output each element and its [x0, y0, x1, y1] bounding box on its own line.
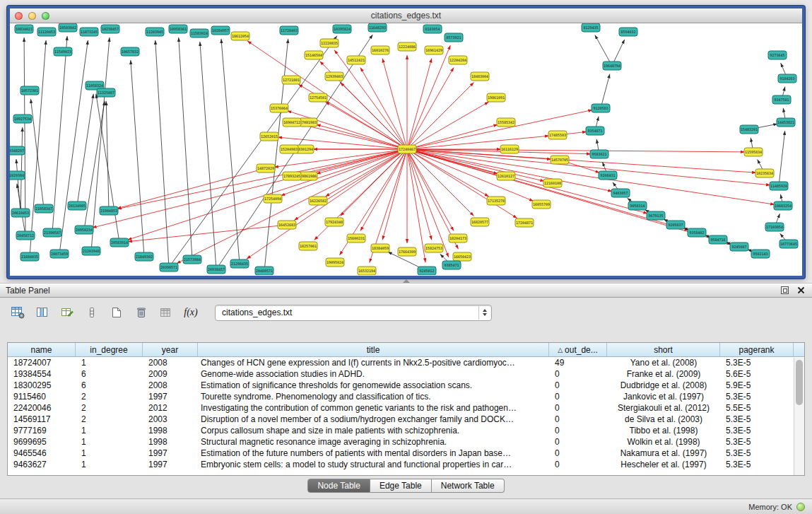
- graph-edge[interactable]: [407, 149, 454, 231]
- table-row[interactable]: 946554611997Estimation of the future num…: [8, 448, 804, 459]
- table-cell[interactable]: de Silva et al. (2003): [607, 414, 720, 424]
- graph-edge[interactable]: [59, 40, 88, 254]
- table-cell[interactable]: 1: [76, 358, 143, 368]
- table-row[interactable]: 1872400712008Changes of HCN gene express…: [8, 357, 804, 368]
- graph-node[interactable]: 11583024: [190, 29, 208, 37]
- column-header-year[interactable]: year: [143, 343, 198, 356]
- graph-node[interactable]: 10238457: [101, 25, 119, 33]
- table-cell[interactable]: 0: [549, 448, 607, 458]
- import-table-button[interactable]: [157, 304, 175, 321]
- table-cell[interactable]: 5.6E-5: [720, 369, 794, 379]
- graph-edge[interactable]: [24, 37, 25, 235]
- table-cell[interactable]: 9115460: [8, 392, 76, 402]
- graph-edge[interactable]: [407, 45, 450, 149]
- table-cell[interactable]: Tibbo et al. (1998): [607, 426, 720, 436]
- graph-edge[interactable]: [128, 225, 287, 242]
- graph-node[interactable]: 9354871: [586, 127, 604, 135]
- column-header-short[interactable]: short: [607, 343, 720, 356]
- graph-node[interactable]: 11485920: [770, 182, 788, 190]
- graph-edge[interactable]: [601, 74, 610, 108]
- table-cell[interactable]: Dudbridge et al. (2008): [607, 380, 720, 390]
- table-cell[interactable]: 5.3E-5: [720, 437, 794, 447]
- graph-node[interactable]: 18612054: [231, 32, 249, 40]
- tab-node-table[interactable]: Node Table: [307, 479, 370, 493]
- table-cell[interactable]: 5.3E-5: [720, 392, 794, 402]
- graph-node[interactable]: 16226582: [309, 197, 327, 205]
- graph-node[interactable]: 15483201: [740, 125, 758, 134]
- graph-node[interactable]: 20398571: [160, 263, 178, 271]
- zoom-button[interactable]: [42, 12, 49, 20]
- graph-edge[interactable]: [382, 149, 407, 240]
- graph-edge[interactable]: [779, 131, 785, 186]
- graph-node[interactable]: 18257061: [299, 242, 317, 250]
- graph-node[interactable]: 17204871: [515, 218, 534, 227]
- graph-node[interactable]: 10284957: [211, 26, 230, 35]
- table-cell[interactable]: 5.9E-5: [720, 380, 794, 390]
- edit-columns-button[interactable]: [58, 304, 76, 321]
- table-cell[interactable]: 2009: [143, 369, 198, 379]
- table-cell[interactable]: 1998: [143, 426, 198, 436]
- graph-node[interactable]: 10927534: [13, 115, 32, 123]
- graph-node[interactable]: 17240467: [398, 145, 416, 153]
- graph-node[interactable]: 16055709: [532, 200, 551, 209]
- graph-edge[interactable]: [382, 59, 407, 149]
- graph-node[interactable]: 19648794: [603, 62, 621, 70]
- network-canvas[interactable]: 1724046716116129155853421986109118483004…: [10, 23, 802, 275]
- close-button[interactable]: [15, 12, 23, 20]
- table-cell[interactable]: 9699695: [8, 437, 76, 447]
- graph-node[interactable]: 10348297: [10, 146, 25, 155]
- graph-node[interactable]: 20958234: [75, 226, 93, 234]
- table-cell[interactable]: 0: [549, 403, 607, 413]
- graph-node[interactable]: 20873459: [50, 250, 69, 258]
- graph-node[interactable]: 19861986: [299, 172, 317, 180]
- graph-node[interactable]: 12224086: [398, 42, 416, 51]
- graph-edge[interactable]: [200, 42, 216, 269]
- table-cell[interactable]: Changes of HCN gene expression and I(f) …: [198, 358, 549, 368]
- table-cell[interactable]: 1997: [143, 392, 198, 402]
- table-cell[interactable]: 2: [76, 414, 143, 424]
- column-header-pagerank[interactable]: pagerank: [720, 343, 794, 356]
- graph-node[interactable]: 9347581: [772, 95, 791, 104]
- table-selector-dropdown[interactable]: citations_edges.txt: [215, 305, 492, 321]
- graph-node[interactable]: 9205837: [666, 221, 685, 229]
- graph-node[interactable]: 10834021: [15, 25, 33, 33]
- table-cell[interactable]: Nakamura et al. (1997): [607, 448, 720, 458]
- graph-edge[interactable]: [407, 110, 592, 149]
- column-header-in_degree[interactable]: in_degree: [76, 343, 143, 356]
- graph-node[interactable]: 16532194: [358, 267, 376, 275]
- graph-node[interactable]: 16116129: [500, 145, 519, 153]
- graph-node[interactable]: 9058314: [628, 201, 647, 210]
- table-cell[interactable]: Corpus callosum shape and size in male p…: [198, 426, 549, 436]
- tab-network-table[interactable]: Network Table: [432, 479, 505, 493]
- graph-node[interactable]: 10773645: [779, 240, 798, 248]
- graph-node[interactable]: 12652015: [260, 132, 278, 141]
- graph-node[interactable]: 12160108: [543, 179, 562, 187]
- table-cell[interactable]: Tourette syndrome. Phenomenology and cla…: [198, 392, 549, 402]
- graph-node[interactable]: 17664309: [398, 247, 416, 256]
- table-cell[interactable]: 18724007: [8, 358, 76, 368]
- graph-node[interactable]: 19095024: [326, 258, 344, 267]
- graph-node[interactable]: 21203948: [82, 247, 100, 255]
- graph-edge[interactable]: [20, 127, 23, 213]
- table-cell[interactable]: 0: [549, 392, 607, 402]
- delete-button[interactable]: [132, 304, 151, 321]
- table-cell[interactable]: Investigating the contribution of common…: [198, 403, 549, 413]
- graph-edge[interactable]: [52, 36, 67, 233]
- graph-node[interactable]: 20458712: [16, 231, 35, 240]
- table-scrollbar[interactable]: [794, 358, 804, 476]
- graph-edge[interactable]: [77, 94, 93, 206]
- graph-node[interactable]: 14872029: [257, 164, 275, 173]
- close-panel-button[interactable]: [797, 286, 805, 294]
- graph-node[interactable]: 10235634: [755, 169, 774, 177]
- graph-node[interactable]: 19861091: [487, 93, 505, 102]
- table-cell[interactable]: 2: [76, 403, 143, 413]
- table-row[interactable]: 1830029562008Estimation of significance …: [8, 380, 804, 391]
- table-cell[interactable]: 49: [549, 358, 607, 368]
- graph-edge[interactable]: [334, 50, 407, 149]
- graph-node[interactable]: 11549023: [54, 47, 72, 56]
- table-cell[interactable]: 9465546: [8, 448, 76, 458]
- table-cell[interactable]: 2008: [143, 358, 198, 368]
- graph-node[interactable]: 11873245: [80, 28, 98, 36]
- graph-edge[interactable]: [595, 35, 612, 66]
- table-cell[interactable]: Estimation of the future numbers of pati…: [198, 448, 549, 458]
